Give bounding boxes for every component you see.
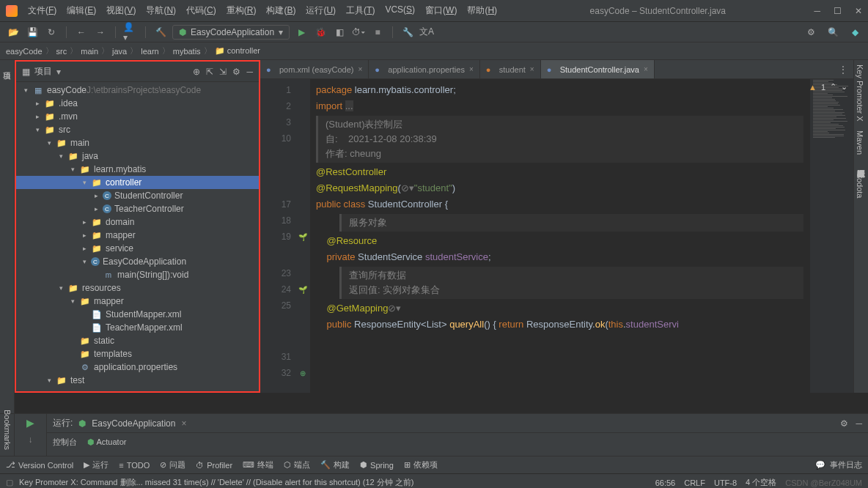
coverage-icon[interactable]: ◧ <box>332 25 347 40</box>
tree-row[interactable]: ▸📁.mvn <box>16 110 259 123</box>
run-config-selector[interactable]: ⬢ EasyCodeApplication ▾ <box>172 25 290 40</box>
tree-row[interactable]: ▸📁.idea <box>16 97 259 110</box>
tree-row[interactable]: 📄TeacherMapper.xml <box>16 321 259 334</box>
close-tab-icon[interactable]: × <box>530 65 534 73</box>
menu-item[interactable]: 窗口(W) <box>421 3 461 18</box>
forward-icon[interactable]: → <box>93 25 108 40</box>
project-panel-title[interactable]: 项目 <box>34 65 52 78</box>
inspections-widget[interactable]: ▲ 1 ⌃ ⌄ <box>809 82 847 92</box>
editor-tab[interactable]: ●student× <box>480 60 541 78</box>
tree-toggle-icon[interactable]: ▾ <box>69 297 76 305</box>
sync-icon[interactable]: ↻ <box>44 25 59 40</box>
tree-row[interactable]: ⚙application.properties <box>16 361 259 374</box>
close-run-tab-icon[interactable]: × <box>181 418 186 429</box>
tree-row[interactable]: ▾📁main <box>16 136 259 149</box>
run-down-icon[interactable]: ↓ <box>29 435 33 445</box>
tree-row[interactable]: ▸CTeacherController <box>16 202 259 215</box>
minimize-icon[interactable]: ─ <box>814 6 820 16</box>
tree-toggle-icon[interactable]: ▸ <box>34 113 41 120</box>
user-icon[interactable]: 👤▾ <box>123 25 138 40</box>
bottom-tool-endpoint[interactable]: ⬡端点 <box>284 459 310 470</box>
run-tab[interactable]: 控制台 <box>53 437 77 448</box>
search-icon[interactable]: 🔍 <box>825 25 840 40</box>
tree-toggle-icon[interactable]: ▾ <box>69 166 76 173</box>
tree-toggle-icon[interactable]: ▸ <box>34 100 41 107</box>
stop-icon[interactable]: ■ <box>370 25 385 40</box>
menu-item[interactable]: 重构(R) <box>222 3 261 18</box>
rerun-icon[interactable]: ▶ <box>26 417 34 429</box>
tree-row[interactable]: ▸📁service <box>16 242 259 255</box>
menu-item[interactable]: 导航(N) <box>141 3 180 18</box>
editor-tab[interactable]: ●StudentController.java× <box>541 60 655 78</box>
tree-row[interactable]: ▾📁mapper <box>16 295 259 308</box>
breadcrumb-item[interactable]: learn <box>141 47 158 56</box>
close-tab-icon[interactable]: × <box>644 65 648 73</box>
right-tool-button[interactable]: 数据库资源管理器 <box>854 159 868 168</box>
bottom-tool-build[interactable]: 🔨构建 <box>320 459 350 470</box>
tree-row[interactable]: mmain(String[]):void <box>16 268 259 281</box>
tree-toggle-icon[interactable]: ▾ <box>45 139 53 147</box>
target-icon[interactable]: ⊕ <box>193 67 200 77</box>
menu-item[interactable]: 运行(U) <box>301 3 340 18</box>
line-separator[interactable]: CRLF <box>684 478 705 487</box>
bookmarks-tool-button[interactable]: Bookmarks <box>3 407 12 453</box>
next-highlight-icon[interactable]: ⌄ <box>841 82 847 92</box>
project-tree[interactable]: ▾▦easyCode J:\etbrainsProjects\easyCode▸… <box>16 82 259 391</box>
bottom-tool-dep[interactable]: ⊞依赖项 <box>404 459 438 470</box>
hide-run-icon[interactable]: ─ <box>856 418 862 429</box>
minimap[interactable] <box>809 79 853 393</box>
breadcrumb-item[interactable]: main <box>81 47 98 56</box>
profile-icon[interactable]: ⏱▾ <box>351 25 366 40</box>
breadcrumb-item[interactable]: src <box>56 47 67 56</box>
breadcrumb-item[interactable]: mybatis <box>173 47 201 56</box>
event-log-button[interactable]: 事件日志 <box>830 459 862 470</box>
bottom-tool-terminal[interactable]: ⌨终端 <box>243 459 273 470</box>
settings-icon[interactable]: ⚙ <box>803 25 818 40</box>
tree-toggle-icon[interactable]: ▸ <box>81 232 88 239</box>
tree-toggle-icon[interactable]: ▸ <box>92 205 100 212</box>
status-square-icon[interactable]: ▢ <box>6 478 13 487</box>
run-tab[interactable]: ⬢ Actuator <box>87 437 126 447</box>
right-tool-button[interactable]: Maven <box>854 126 866 159</box>
tree-toggle-icon[interactable]: ▸ <box>81 218 88 226</box>
maximize-icon[interactable]: ☐ <box>834 6 842 16</box>
tree-row[interactable]: ▾📁src <box>16 123 259 136</box>
tree-row[interactable]: ▾📁test <box>16 374 259 387</box>
right-tool-button[interactable]: Codota <box>854 168 866 202</box>
tree-toggle-icon[interactable]: ▾ <box>57 152 65 160</box>
tree-row[interactable]: ▾📁learn.mybatis <box>16 163 259 176</box>
expand-icon[interactable]: ⇱ <box>206 67 213 77</box>
editor-tab[interactable]: ●application.properties× <box>369 60 479 78</box>
indent-info[interactable]: 4 个空格 <box>746 477 776 488</box>
toolbox-icon[interactable]: ◆ <box>847 25 862 40</box>
project-tool-button[interactable]: 项目 <box>1 63 12 69</box>
close-tab-icon[interactable]: × <box>358 65 362 73</box>
save-icon[interactable]: 💾 <box>25 25 40 40</box>
tree-row[interactable]: ▸CStudentController <box>16 189 259 202</box>
tree-row[interactable]: ▸📁domain <box>16 215 259 229</box>
bottom-tool-vcs[interactable]: ⎇Version Control <box>6 460 73 470</box>
right-tool-button[interactable]: Key Promoter X <box>854 60 866 126</box>
wrench-icon[interactable]: 🔧 <box>400 25 415 40</box>
bottom-tool-play[interactable]: ▶运行 <box>84 459 108 470</box>
tree-toggle-icon[interactable]: ▾ <box>81 179 88 186</box>
open-icon[interactable]: 📂 <box>6 25 21 40</box>
tabs-more-icon[interactable]: ⋮ <box>833 60 853 78</box>
prev-highlight-icon[interactable]: ⌃ <box>830 82 836 92</box>
menu-item[interactable]: 工具(T) <box>342 3 379 18</box>
hide-panel-icon[interactable]: ─ <box>246 67 253 77</box>
panel-settings-icon[interactable]: ⚙ <box>232 67 240 77</box>
editor-tab[interactable]: ●pom.xml (easyCode)× <box>260 60 369 78</box>
bottom-tool-todo[interactable]: ≡TODO <box>119 461 150 470</box>
chevron-down-icon[interactable]: ▾ <box>56 67 61 77</box>
tree-row[interactable]: ▾📁resources <box>16 281 259 295</box>
tree-toggle-icon[interactable]: ▾ <box>45 377 53 384</box>
tree-row[interactable]: ▾📁java <box>16 149 259 163</box>
tree-row[interactable]: 📄StudentMapper.xml <box>16 308 259 321</box>
tree-row[interactable]: ▸📁mapper <box>16 229 259 242</box>
menu-item[interactable]: 文件(F) <box>23 3 61 18</box>
menu-item[interactable]: 代码(C) <box>182 3 221 18</box>
tree-toggle-icon[interactable]: ▾ <box>34 126 41 133</box>
tree-toggle-icon[interactable]: ▾ <box>81 258 88 265</box>
bottom-tool-spring[interactable]: ⬢Spring <box>360 460 394 470</box>
